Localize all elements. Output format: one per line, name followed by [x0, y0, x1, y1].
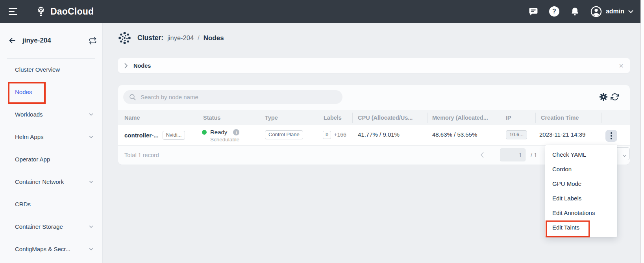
info-icon[interactable]: i — [233, 129, 239, 135]
node-labels-cell: b +166 — [323, 131, 346, 139]
collapse-bar-title: Nodes — [133, 63, 151, 69]
switch-cluster-icon[interactable] — [89, 37, 97, 45]
sidebar-item-nodes[interactable]: Nodes — [0, 81, 102, 103]
node-type-tag: Control Plane — [265, 130, 303, 139]
status-text: Ready — [210, 129, 227, 135]
breadcrumb-prefix: Cluster: — [137, 34, 163, 42]
menu-item-edit-labels[interactable]: Edit Labels — [545, 191, 617, 206]
menu-item-check-yaml[interactable]: Check YAML — [545, 147, 617, 162]
node-memory-cell: 48.63% / 53.55% — [432, 131, 477, 138]
page-number-input[interactable] — [500, 148, 526, 161]
table-header: Name Status Type Labels CPU (Allocated/U… — [118, 110, 630, 125]
chat-icon[interactable] — [528, 7, 539, 17]
page-total-text: / 1 — [531, 146, 537, 165]
chevron-down-icon — [89, 246, 94, 252]
search-icon — [129, 93, 136, 101]
search-input[interactable] — [140, 93, 337, 101]
chevron-down-icon — [89, 224, 94, 229]
breadcrumb-cluster[interactable]: jinye-204 — [167, 34, 194, 42]
node-cpu-cell: 41.77% / 9.01% — [358, 131, 400, 138]
table-row[interactable]: controller-... Nvidi... Ready i Schedula… — [118, 125, 630, 146]
column-header-labels[interactable]: Labels — [324, 110, 342, 125]
breadcrumb: Cluster: jinye-204 / Nodes — [137, 34, 224, 42]
column-header-memory[interactable]: Memory (Allocated... — [432, 110, 488, 125]
row-actions-menu: Check YAML Cordon GPU Mode Edit Labels E… — [545, 145, 617, 237]
cluster-name: jinye-204 — [22, 37, 83, 44]
column-header-ip[interactable]: IP — [506, 110, 511, 125]
column-header-creation-time[interactable]: Creation Time — [541, 110, 579, 125]
node-ip-cell: 10.6... — [506, 130, 527, 139]
node-name[interactable]: controller-... — [124, 132, 159, 139]
sidebar-item-workloads[interactable]: Workloads — [0, 103, 102, 126]
close-icon[interactable]: × — [619, 62, 624, 70]
column-header-status[interactable]: Status — [203, 110, 220, 125]
sidebar-menu: Cluster Overview Nodes Workloads Helm Ap… — [0, 58, 102, 260]
node-creation-time-cell: 2023-11-21 14:39 — [539, 131, 585, 138]
help-icon[interactable]: ? — [549, 6, 559, 17]
menu-item-cordon[interactable]: Cordon — [545, 162, 617, 176]
topbar-right: ? admin — [528, 6, 640, 17]
node-ip-tag: 10.6... — [506, 130, 527, 139]
sidebar-item-container-storage[interactable]: Container Storage — [0, 215, 102, 238]
settings-gear-icon[interactable] — [599, 92, 608, 102]
node-name-tag: Nvidi... — [163, 131, 185, 140]
sidebar-item-cluster-overview[interactable]: Cluster Overview — [0, 58, 102, 81]
back-arrow-icon[interactable] — [8, 36, 17, 45]
sidebar-item-crds[interactable]: CRDs — [0, 193, 102, 215]
scrollbar[interactable] — [640, 0, 644, 263]
brand-name: DaoCloud — [50, 6, 94, 17]
chevron-down-icon — [628, 10, 633, 13]
menu-icon[interactable] — [9, 8, 18, 15]
node-type-cell: Control Plane — [265, 130, 303, 139]
label-tag: b — [323, 131, 331, 139]
menu-item-edit-annotations[interactable]: Edit Annotations — [545, 206, 617, 220]
cluster-dots-icon — [117, 31, 132, 45]
daocloud-logo-icon — [35, 6, 46, 17]
column-header-type[interactable]: Type — [265, 110, 278, 125]
menu-item-gpu-mode[interactable]: GPU Mode — [545, 176, 617, 191]
chevron-down-icon — [89, 112, 94, 117]
user-menu[interactable]: admin — [590, 6, 633, 17]
sidebar-item-container-network[interactable]: Container Network — [0, 170, 102, 193]
avatar-icon — [590, 6, 602, 17]
previous-page-icon[interactable] — [480, 152, 484, 158]
node-status-cell: Ready i Schedulable — [202, 129, 239, 143]
breadcrumb-separator: / — [198, 34, 200, 42]
chevron-right-icon — [124, 63, 128, 69]
chevron-down-icon — [622, 152, 627, 159]
sidebar-header: jinye-204 — [8, 36, 97, 45]
total-records-text: Total 1 record — [124, 146, 159, 165]
username: admin — [606, 8, 624, 15]
topbar: DaoCloud ? — [0, 0, 640, 23]
chevron-down-icon — [89, 134, 94, 139]
sidebar: jinye-204 Cluster Overview Nodes Workloa… — [0, 23, 103, 263]
sidebar-item-configmaps-secrets[interactable]: ConfigMaps & Secr... — [0, 238, 102, 260]
search-bar — [123, 90, 342, 104]
node-name-cell: controller-... Nvidi... — [124, 131, 185, 140]
chevron-down-icon — [89, 179, 94, 184]
app-root: DaoCloud ? — [0, 0, 644, 263]
notifications-bell-icon[interactable] — [570, 7, 580, 17]
labels-more-count[interactable]: +166 — [334, 132, 346, 138]
sidebar-item-operator-app[interactable]: Operator App — [0, 148, 102, 170]
refresh-icon[interactable] — [610, 92, 620, 102]
schedulable-text: Schedulable — [210, 137, 239, 143]
sidebar-item-helm-apps[interactable]: Helm Apps — [0, 126, 102, 148]
page-header: Cluster: jinye-204 / Nodes — [117, 31, 224, 45]
nodes-collapse-bar[interactable]: Nodes × — [118, 58, 630, 73]
breadcrumb-current-page: Nodes — [204, 34, 224, 42]
brand[interactable]: DaoCloud — [35, 6, 94, 17]
row-actions-kebab-icon[interactable] — [605, 130, 617, 142]
column-header-name[interactable]: Name — [124, 110, 140, 125]
status-green-dot-icon — [202, 130, 207, 135]
column-header-cpu[interactable]: CPU (Allocated/Us... — [358, 110, 413, 125]
menu-item-edit-taints[interactable]: Edit Taints — [545, 220, 617, 235]
